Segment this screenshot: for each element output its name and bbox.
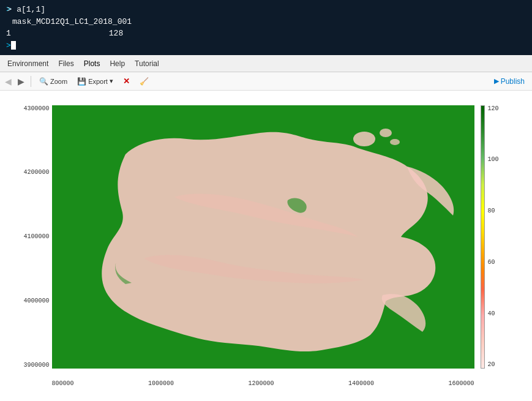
x-label-3: 1400000 xyxy=(348,380,374,387)
zoom-icon: 🔍 xyxy=(39,77,48,86)
console-expression: > a[1,1] xyxy=(7,5,45,14)
prompt-symbol-2: > xyxy=(6,41,11,50)
publish-label: Publish xyxy=(501,77,525,86)
chart-container: 4300000 4200000 4100000 4000000 3900000 xyxy=(15,99,517,393)
x-label-4: 1600000 xyxy=(448,380,474,387)
svg-point-2 xyxy=(380,129,392,137)
clear-button[interactable]: ✕ xyxy=(119,75,134,88)
console-line-4: > xyxy=(6,40,526,52)
colorbar-labels: 120 100 80 60 40 20 xyxy=(485,105,498,369)
back-button[interactable]: ◀ xyxy=(2,75,14,88)
file-name-text: mask_MCD12Q1_LC1_2018_001 xyxy=(12,17,132,26)
y-label-2: 4100000 xyxy=(23,233,49,240)
export-label: Export xyxy=(88,78,108,85)
export-icon: 💾 xyxy=(77,77,86,86)
y-label-1: 4200000 xyxy=(23,169,49,176)
y-axis: 4300000 4200000 4100000 4000000 3900000 xyxy=(15,105,52,369)
tab-files[interactable]: Files xyxy=(53,57,78,70)
colorbar-wrapper: 120 100 80 60 40 20 xyxy=(481,105,499,369)
cursor xyxy=(11,41,16,50)
x-label-2: 1200000 xyxy=(248,380,274,387)
cb-label-5: 20 xyxy=(487,361,498,368)
y-label-4: 3900000 xyxy=(23,362,49,369)
cb-label-0: 120 xyxy=(487,105,498,112)
plot-toolbar: ◀ ▶ 🔍 Zoom 💾 Export ▾ ✕ 🧹 ▶ Publish xyxy=(0,72,532,91)
tab-tutorial[interactable]: Tutorial xyxy=(130,57,164,70)
line3-label: 1 xyxy=(6,29,11,38)
console-panel: > > a[1,1] mask_MCD12Q1_LC1_2018_001 112… xyxy=(0,0,532,55)
plot-area: 4300000 4200000 4100000 4000000 3900000 xyxy=(0,91,532,401)
broom-button[interactable]: 🧹 xyxy=(135,75,153,88)
y-label-3: 4000000 xyxy=(23,298,49,304)
console-line-1: > > a[1,1] xyxy=(6,4,526,16)
svg-point-1 xyxy=(353,132,375,146)
cb-label-2: 80 xyxy=(487,208,498,214)
map-svg xyxy=(52,105,474,369)
publish-button[interactable]: ▶ Publish xyxy=(489,76,530,87)
tab-help[interactable]: Help xyxy=(105,57,130,70)
x-label-1: 1000000 xyxy=(148,380,174,387)
console-line-2: mask_MCD12Q1_LC1_2018_001 xyxy=(6,16,526,28)
broom-icon: 🧹 xyxy=(140,77,149,86)
separator-1 xyxy=(31,76,31,87)
export-button[interactable]: 💾 Export ▾ xyxy=(73,75,118,88)
zoom-button[interactable]: 🔍 Zoom xyxy=(35,75,72,88)
cb-label-3: 60 xyxy=(487,259,498,266)
map-display xyxy=(52,105,474,369)
cb-label-1: 100 xyxy=(487,156,498,163)
colorbar xyxy=(481,105,485,369)
x-axis: 800000 1000000 1200000 1400000 1600000 xyxy=(52,378,474,387)
clear-icon: ✕ xyxy=(123,77,130,86)
x-label-0: 800000 xyxy=(52,380,74,387)
console-line-3: 1128 xyxy=(6,28,526,40)
cb-label-4: 40 xyxy=(487,310,498,317)
tab-environment[interactable]: Environment xyxy=(2,57,53,70)
export-chevron: ▾ xyxy=(110,77,113,85)
publish-icon: ▶ xyxy=(494,77,499,85)
y-label-0: 4300000 xyxy=(23,105,49,112)
line3-value: 128 xyxy=(109,29,123,38)
tab-bar: Environment Files Plots Help Tutorial xyxy=(0,55,532,72)
tab-plots[interactable]: Plots xyxy=(79,57,105,70)
zoom-label: Zoom xyxy=(50,78,67,85)
forward-button[interactable]: ▶ xyxy=(15,75,27,88)
svg-point-3 xyxy=(390,139,400,145)
